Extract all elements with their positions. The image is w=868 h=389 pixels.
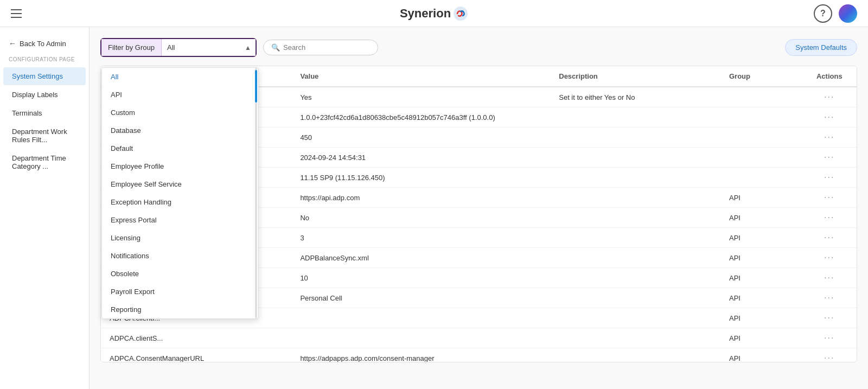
row-actions-button[interactable]: ··· [824, 233, 834, 242]
row-actions-button[interactable]: ··· [824, 132, 834, 142]
cell-description [550, 228, 720, 248]
main-content: Filter by Group All API Custom Database … [90, 27, 868, 389]
main-layout: ← Back To Admin CONFIGURATION PAGE Syste… [0, 27, 868, 389]
cell-value: 11.15 SP9 (11.15.126.450) [291, 168, 550, 188]
row-actions-button[interactable]: ··· [824, 213, 834, 222]
filter-group-container: Filter by Group All API Custom Database … [100, 38, 257, 57]
cell-value: 3 [291, 228, 550, 248]
search-container: 🔍 [263, 40, 378, 55]
cell-value [291, 328, 550, 348]
cell-description [550, 127, 720, 148]
cell-actions[interactable]: ··· [802, 87, 857, 107]
cell-value: Yes [291, 87, 550, 107]
dropdown-option-custom[interactable]: Custom [102, 104, 258, 122]
cell-actions[interactable]: ··· [802, 188, 857, 208]
search-input[interactable] [283, 43, 370, 52]
table-row: ADPCA.ConsentManagerURL https://adpapps.… [101, 348, 857, 363]
row-actions-button[interactable]: ··· [824, 173, 834, 182]
row-actions-button[interactable]: ··· [824, 313, 834, 322]
row-actions-button[interactable]: ··· [824, 253, 834, 262]
cell-group [720, 107, 802, 127]
col-header-description: Description [550, 66, 720, 87]
sidebar-item-dept-time-category-label: Department Time Category ... [12, 154, 66, 170]
cell-group: API [720, 268, 802, 288]
sidebar-item-dept-work-rules-label: Department Work Rules Filt... [12, 127, 67, 144]
filter-group-label: Filter by Group [101, 39, 162, 56]
sidebar-item-dept-work-rules[interactable]: Department Work Rules Filt... [3, 123, 86, 149]
cell-value: 2024-09-24 14:54:31 [291, 148, 550, 168]
dropdown-option-default[interactable]: Default [102, 139, 258, 157]
cell-actions[interactable]: ··· [802, 168, 857, 188]
sidebar-item-dept-time-category[interactable]: Department Time Category ... [3, 149, 86, 175]
sidebar-item-system-settings-label: System Settings [12, 72, 63, 80]
sidebar-item-display-labels-label: Display Labels [12, 91, 58, 99]
dropdown-option-reporting[interactable]: Reporting [102, 301, 258, 318]
cell-value [291, 308, 550, 328]
col-header-group: Group [720, 66, 802, 87]
avatar[interactable] [839, 4, 857, 23]
row-actions-button[interactable]: ··· [824, 92, 834, 101]
sidebar-item-terminals[interactable]: Terminals [3, 104, 86, 122]
row-actions-button[interactable]: ··· [824, 293, 834, 302]
cell-description [550, 168, 720, 188]
dropdown-option-database[interactable]: Database [102, 122, 258, 139]
app-logo-area: Synerion [400, 6, 468, 21]
cell-group: API [720, 348, 802, 363]
row-actions-button[interactable]: ··· [824, 273, 834, 282]
table-row: ADPCA.clientS... API ··· [101, 328, 857, 348]
cell-group [720, 127, 802, 148]
cell-description [550, 348, 720, 363]
dropdown-option-employee-profile[interactable]: Employee Profile [102, 157, 258, 175]
cell-actions[interactable]: ··· [802, 208, 857, 228]
cell-actions[interactable]: ··· [802, 228, 857, 248]
cell-description: Set it to either Yes or No [550, 87, 720, 107]
sidebar-item-display-labels[interactable]: Display Labels [3, 86, 86, 104]
row-actions-button[interactable]: ··· [824, 193, 834, 202]
cell-group: API [720, 228, 802, 248]
col-header-value: Value [291, 66, 550, 87]
cell-group: API [720, 188, 802, 208]
cell-actions[interactable]: ··· [802, 107, 857, 127]
dropdown-option-obsolete[interactable]: Obsolete [102, 265, 258, 283]
cell-description [550, 268, 720, 288]
dropdown-option-all[interactable]: All [102, 68, 258, 86]
dropdown-option-payroll-export[interactable]: Payroll Export [102, 283, 258, 301]
cell-group [720, 87, 802, 107]
system-defaults-button[interactable]: System Defaults [785, 39, 857, 56]
cell-actions[interactable]: ··· [802, 268, 857, 288]
dropdown-option-exception-handling[interactable]: Exception Handling [102, 193, 258, 211]
dropdown-option-licensing[interactable]: Licensing [102, 229, 258, 247]
cell-description [550, 328, 720, 348]
cell-group [720, 168, 802, 188]
app-name: Synerion [400, 7, 451, 21]
row-actions-button[interactable]: ··· [824, 152, 834, 162]
row-actions-button[interactable]: ··· [824, 353, 834, 362]
dropdown-option-notifications[interactable]: Notifications [102, 247, 258, 265]
cell-actions[interactable]: ··· [802, 127, 857, 148]
dropdown-option-express-portal[interactable]: Express Portal [102, 211, 258, 229]
cell-actions[interactable]: ··· [802, 328, 857, 348]
back-to-admin-link[interactable]: ← Back To Admin [0, 36, 89, 54]
topbar-right: ? [814, 4, 857, 23]
dropdown-scrollbar [255, 68, 257, 318]
config-page-label: CONFIGURATION PAGE [0, 54, 89, 67]
cell-actions[interactable]: ··· [802, 288, 857, 308]
cell-group: API [720, 308, 802, 328]
hamburger-button[interactable] [11, 9, 22, 18]
dropdown-option-employee-self-service[interactable]: Employee Self Service [102, 175, 258, 193]
dropdown-option-api[interactable]: API [102, 86, 258, 104]
dropdown-scrollbar-thumb [255, 70, 257, 103]
row-actions-button[interactable]: ··· [824, 333, 834, 342]
cell-description [550, 148, 720, 168]
cell-actions[interactable]: ··· [802, 148, 857, 168]
col-header-actions: Actions [802, 66, 857, 87]
cell-actions[interactable]: ··· [802, 348, 857, 363]
cell-value: 10 [291, 268, 550, 288]
cell-group: API [720, 208, 802, 228]
sidebar-item-system-settings[interactable]: System Settings [3, 67, 86, 85]
help-button[interactable]: ? [814, 4, 832, 23]
filter-group-select[interactable]: All API Custom Database Default Employee… [162, 39, 256, 56]
row-actions-button[interactable]: ··· [824, 112, 834, 122]
cell-actions[interactable]: ··· [802, 308, 857, 328]
cell-actions[interactable]: ··· [802, 248, 857, 268]
